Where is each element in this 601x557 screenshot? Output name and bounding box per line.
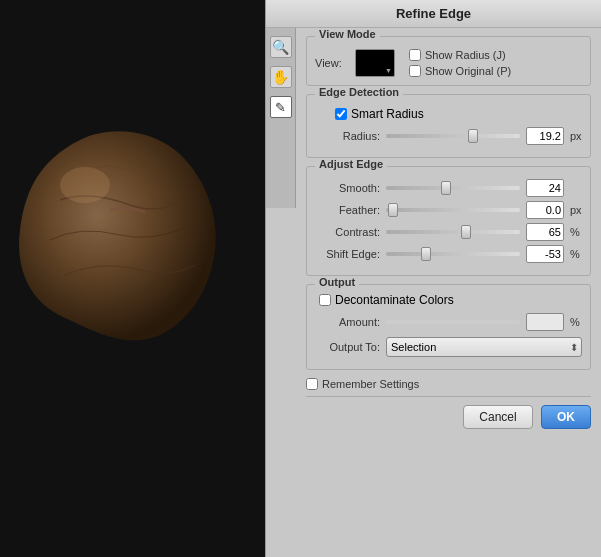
amount-value-input bbox=[526, 313, 564, 331]
panel-content: View Mode View: Show Radius (J) Show Ori… bbox=[296, 28, 601, 557]
zoom-icon: 🔍 bbox=[272, 39, 289, 55]
feather-value-input[interactable]: 0.0 bbox=[526, 201, 564, 219]
radius-unit: px bbox=[570, 130, 582, 142]
adjust-edge-title: Adjust Edge bbox=[315, 158, 387, 170]
show-radius-checkbox[interactable] bbox=[409, 49, 421, 61]
remember-settings-checkbox[interactable] bbox=[306, 378, 318, 390]
show-radius-label: Show Radius (J) bbox=[425, 49, 506, 61]
radius-value-input[interactable]: 19.2 bbox=[526, 127, 564, 145]
ok-button[interactable]: OK bbox=[541, 405, 591, 429]
svg-point-0 bbox=[60, 167, 110, 203]
remember-settings-label: Remember Settings bbox=[322, 378, 419, 390]
divider bbox=[306, 396, 591, 397]
feather-unit: px bbox=[570, 204, 582, 216]
cancel-button[interactable]: Cancel bbox=[463, 405, 533, 429]
decontaminate-checkbox[interactable] bbox=[319, 294, 331, 306]
smart-radius-label: Smart Radius bbox=[351, 107, 424, 121]
smooth-label: Smooth: bbox=[315, 182, 380, 194]
buttons-row: Cancel OK bbox=[306, 405, 591, 433]
smooth-value-input[interactable]: 24 bbox=[526, 179, 564, 197]
view-mode-title: View Mode bbox=[315, 28, 380, 40]
contrast-label: Contrast: bbox=[315, 226, 380, 238]
rock-image bbox=[10, 120, 230, 360]
output-to-label: Output To: bbox=[315, 341, 380, 353]
shift-edge-unit: % bbox=[570, 248, 582, 260]
view-mode-section: View Mode View: Show Radius (J) Show Ori… bbox=[306, 36, 591, 86]
contrast-unit: % bbox=[570, 226, 582, 238]
contrast-slider[interactable] bbox=[386, 230, 520, 234]
amount-unit: % bbox=[570, 316, 582, 328]
edge-detection-title: Edge Detection bbox=[315, 86, 403, 98]
shift-edge-slider[interactable] bbox=[386, 252, 520, 256]
canvas-area bbox=[0, 0, 265, 557]
dialog-title: Refine Edge bbox=[396, 6, 471, 21]
feather-slider[interactable] bbox=[386, 208, 520, 212]
radius-label: Radius: bbox=[315, 130, 380, 142]
output-section: Output Decontaminate Colors Amount: % Ou… bbox=[306, 284, 591, 370]
show-original-checkbox[interactable] bbox=[409, 65, 421, 77]
view-checkboxes: Show Radius (J) Show Original (P) bbox=[409, 49, 511, 77]
ok-label: OK bbox=[557, 410, 575, 424]
edge-detection-section: Edge Detection Smart Radius Radius: 19.2… bbox=[306, 94, 591, 158]
hand-icon: ✋ bbox=[272, 69, 289, 85]
brush-tool-button[interactable]: ✎ bbox=[270, 96, 292, 118]
smart-radius-checkbox[interactable] bbox=[335, 108, 347, 120]
view-preview-button[interactable] bbox=[355, 49, 395, 77]
output-title: Output bbox=[315, 276, 359, 288]
remember-settings-row: Remember Settings bbox=[306, 378, 591, 390]
zoom-tool-button[interactable]: 🔍 bbox=[270, 36, 292, 58]
cancel-label: Cancel bbox=[479, 410, 516, 424]
decontaminate-label: Decontaminate Colors bbox=[335, 293, 454, 307]
amount-label: Amount: bbox=[315, 316, 380, 328]
brush-icon: ✎ bbox=[275, 100, 286, 115]
contrast-value-input[interactable]: 65 bbox=[526, 223, 564, 241]
dialog: Refine Edge 🔍 ✋ ✎ View Mode View: Show R… bbox=[265, 0, 601, 557]
adjust-edge-section: Adjust Edge Smooth: 24 Feather: 0.0 px C… bbox=[306, 166, 591, 276]
show-original-label: Show Original (P) bbox=[425, 65, 511, 77]
feather-label: Feather: bbox=[315, 204, 380, 216]
output-to-select[interactable]: Selection Layer Mask New Layer New Layer… bbox=[386, 337, 582, 357]
toolbar: 🔍 ✋ ✎ bbox=[266, 28, 296, 208]
smooth-slider[interactable] bbox=[386, 186, 520, 190]
view-label: View: bbox=[315, 57, 345, 69]
title-bar: Refine Edge bbox=[266, 0, 601, 28]
output-to-select-wrapper: Selection Layer Mask New Layer New Layer… bbox=[386, 337, 582, 357]
amount-slider bbox=[386, 320, 520, 324]
shift-edge-value-input[interactable]: -53 bbox=[526, 245, 564, 263]
shift-edge-label: Shift Edge: bbox=[315, 248, 380, 260]
radius-slider[interactable] bbox=[386, 134, 520, 138]
hand-tool-button[interactable]: ✋ bbox=[270, 66, 292, 88]
